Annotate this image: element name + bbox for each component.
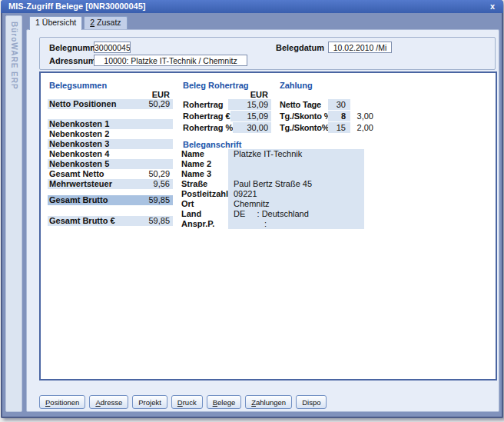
summary-row-gesamt-brutto: Gesamt Brutto59,85 [48,195,173,205]
summary-row-gesamt-netto: Gesamt Netto50,29 [48,169,173,179]
anschrift-row-ort: OrtChemnitz [181,199,364,209]
app-window: MIS-Zugriff Belege [0NR30000045] x BüroW… [1,0,503,418]
zahlungen-button[interactable]: Zahlungen [245,395,292,409]
zahlung-row-skonto-1: Tg./Skonto % 8 3,00 [278,111,373,121]
adressnummer-input[interactable] [94,55,247,66]
belegdatum-label: Belegdatum [276,43,324,52]
beleganschrift-title: Beleganschrift [181,140,364,149]
header-fieldset: Belegnummer Belegdatum Adressnummer [39,37,496,70]
anschrift-row-postleitzahl: Postleitzahl09221 [181,189,364,199]
rohertrag-eur-row: Rohertrag €15,09 [181,111,271,121]
brand-strip: BüroWARE ERP [5,15,22,412]
belegsummen-currency-header: EUR [48,90,173,99]
summary-row-nebenkosten-2: Nebenkosten 2 [48,129,173,139]
projekt-button[interactable]: Projekt [132,395,167,409]
anschrift-row-strasse: StraßePaul Bertz Straße 45 [181,179,364,189]
rohertrag-prozent-row: Rohertrag %30,00 [181,122,271,133]
adresse-button[interactable]: Adresse [89,395,128,409]
summary-row-gesamt-brutto-eur: Gesamt Brutto €59,85 [48,216,173,226]
window-body: BüroWARE ERP 1Übersicht 2Zusatz Belegnum… [2,13,502,417]
druck-button[interactable]: Druck [171,395,203,409]
belegsummen-title: Belegsummen [48,81,173,90]
summary-row-nebenkosten-3: Nebenkosten 3 [48,139,173,149]
anschrift-row-land: LandDE : Deutschland [181,209,364,219]
zahlung-title: Zahlung [278,81,373,90]
belege-button[interactable]: Belege [207,395,242,409]
summary-row-netto-positionen: Netto Positionen50,29 [48,99,173,109]
belegdatum-input[interactable] [328,42,392,53]
anschrift-row-name2: Name 2 [181,159,364,169]
summary-row-nebenkosten-4: Nebenkosten 4 [48,149,173,159]
rohertrag-title: Beleg Rohertrag [181,81,271,90]
titlebar: MIS-Zugriff Belege [0NR30000045] x [1,0,503,13]
section-rohertrag: Beleg Rohertrag EUR Rohertrag15,09 Roher… [181,81,271,134]
brand-vertical-text: BüroWARE ERP [10,22,18,90]
summary-row-nebenkosten-5: Nebenkosten 5 [48,159,173,169]
rohertrag-row: Rohertrag15,09 [181,99,271,110]
anschrift-row-name: NamePlatzke IT-Technik [181,149,364,159]
section-zahlung: Zahlung Netto Tage 30 Tg./Skonto % 8 3,0… [278,81,373,134]
section-belegsummen: Belegsummen EUR Netto Positionen50,29 Ne… [48,81,173,226]
summary-row-nebenkosten-1: Nebenkosten 1 [48,119,173,129]
section-beleganschrift: Beleganschrift NamePlatzke IT-Technik Na… [181,140,364,229]
dispo-button[interactable]: Dispo [296,395,327,409]
summary-row-mehrwertsteuer: Mehrwertsteuer9,56 [48,179,173,189]
tab-uebersicht[interactable]: 1Übersicht [29,16,82,30]
positionen-button[interactable]: Positionen [39,395,85,409]
anschrift-row-ansprechpartner: Anspr.P.: [181,219,364,229]
belegnummer-input[interactable] [94,42,131,53]
window-title: MIS-Zugriff Belege [0NR30000045] [1,2,146,11]
tab-bar: 1Übersicht 2Zusatz [29,16,129,29]
button-row: Positionen Adresse Projekt Druck Belege … [39,395,327,409]
zahlung-row-netto-tage: Netto Tage 30 [278,99,373,110]
zahlung-row-skonto-2: Tg./Skonto% 15 2,00 [278,122,373,133]
data-panel: Belegsummen EUR Netto Positionen50,29 Ne… [39,71,497,380]
close-button[interactable]: x [487,0,498,13]
main-panel: Belegnummer Belegdatum Adressnummer Bele… [26,29,499,412]
anschrift-row-name3: Name 3 [181,169,364,179]
rohertrag-currency-header: EUR [181,90,271,99]
tab-zusatz[interactable]: 2Zusatz [84,16,127,29]
